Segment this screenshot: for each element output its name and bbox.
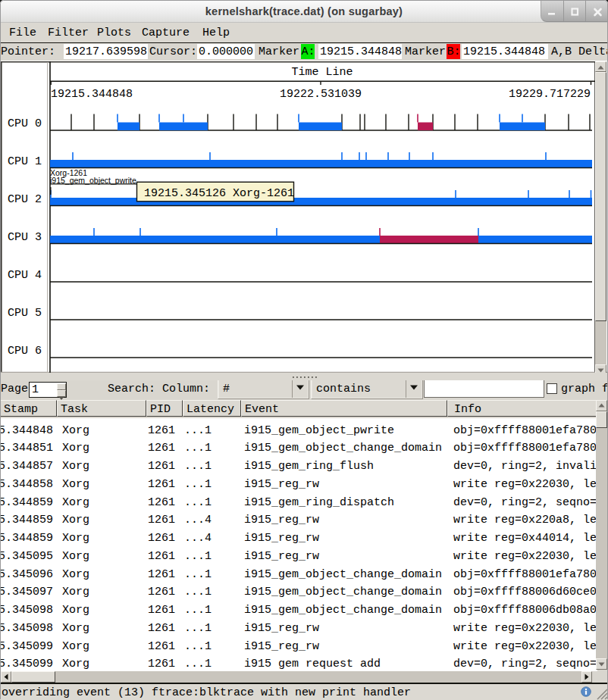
svg-text:19222.531039: 19222.531039: [280, 88, 362, 101]
svg-text:19215.345126 Xorg-1261: 19215.345126 Xorg-1261: [144, 187, 294, 200]
svg-text:Time Line: Time Line: [291, 66, 353, 79]
svg-text:i915_gem_object_pwrite: i915_gem_object_pwrite: [50, 176, 136, 185]
svg-text:CPU 4: CPU 4: [8, 269, 42, 282]
svg-text:19229.717229: 19229.717229: [509, 88, 591, 101]
svg-text:CPU 5: CPU 5: [8, 307, 42, 320]
svg-text:CPU 6: CPU 6: [8, 345, 42, 358]
svg-text:19215.344848: 19215.344848: [51, 88, 133, 101]
svg-text:CPU 3: CPU 3: [8, 231, 42, 244]
svg-text:CPU 1: CPU 1: [8, 155, 42, 168]
svg-text:CPU 2: CPU 2: [8, 193, 42, 206]
svg-text:CPU 0: CPU 0: [8, 117, 42, 130]
